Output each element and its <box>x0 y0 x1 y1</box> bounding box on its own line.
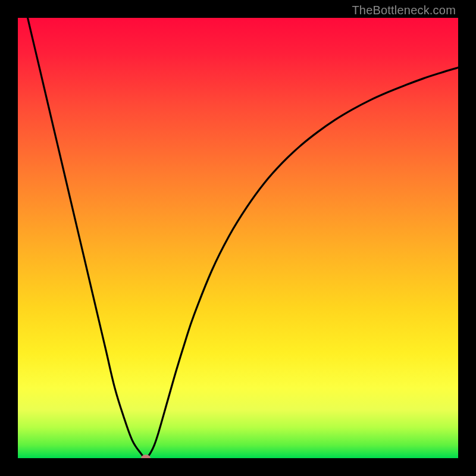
curve-svg <box>18 18 458 458</box>
bottleneck-curve <box>18 18 458 458</box>
outer-frame: TheBottleneck.com <box>0 0 476 476</box>
optimal-point-marker <box>141 455 151 458</box>
watermark-text: TheBottleneck.com <box>352 4 456 17</box>
plot-area <box>18 18 458 458</box>
